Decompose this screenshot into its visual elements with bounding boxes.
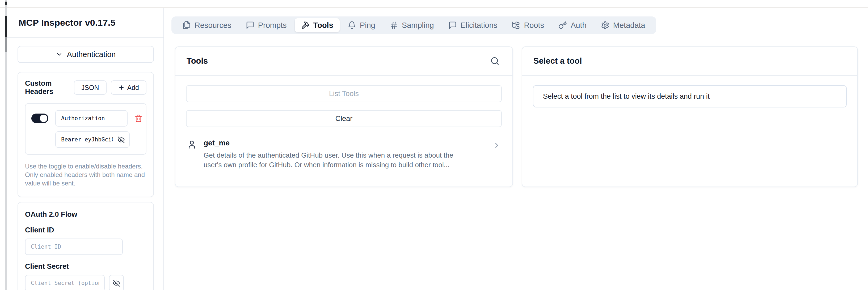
bell-icon [348,21,356,30]
client-id-label: Client ID [25,226,147,234]
window-edge-shade [5,37,7,52]
tool-list: get_meGet details of the authenticated G… [186,135,502,174]
authentication-collapse-button[interactable]: Authentication [18,46,154,63]
tab-label: Auth [570,21,587,30]
tab-label: Roots [524,21,544,30]
tools-panel: Tools List Tools Clear get_meGet details… [175,46,513,187]
tool-description: Get details of the authenticated GitHub … [204,150,473,170]
gear-icon [601,21,610,30]
tab-label: Elicitations [461,21,498,30]
message-icon [246,21,254,30]
plus-icon [118,84,125,91]
sidebar: MCP Inspector v0.17.5 Authentication Cus… [7,8,164,290]
user-icon [187,140,197,149]
custom-headers-section: Custom Headers JSON Add [18,72,154,197]
oauth-section: OAuth 2.0 Flow Client ID Client Secret R… [18,202,154,290]
toggle-header-value-visibility-button[interactable] [116,135,126,145]
tab-sampling[interactable]: Sampling [383,18,440,32]
tab-elicitations[interactable]: Elicitations [442,18,504,32]
tools-panel-title: Tools [187,56,208,66]
empty-selection-message: Select a tool from the list to view its … [533,85,847,107]
window-edge-scrollbar[interactable] [5,16,7,37]
tab-label: Sampling [402,21,434,30]
details-panel-title: Select a tool [533,56,582,66]
client-secret-label: Client Secret [25,262,147,270]
tool-name: get_me [204,139,493,147]
oauth-title: OAuth 2.0 Flow [25,210,147,219]
list-tools-button[interactable]: List Tools [186,85,502,102]
key-icon [558,21,567,30]
tab-label: Prompts [258,21,287,30]
hash-icon [390,21,398,30]
tab-prompts[interactable]: Prompts [240,18,293,32]
custom-headers-helper-text: Use the toggle to enable/disable headers… [25,162,147,188]
files-icon [182,21,191,30]
tool-details-panel: Select a tool Select a tool from the lis… [522,46,858,187]
message-icon [448,21,457,30]
chevron-right-icon [493,141,501,149]
eye-off-icon [118,136,125,144]
tab-auth[interactable]: Auth [552,18,593,32]
client-id-input[interactable] [25,239,123,255]
sidebar-header: MCP Inspector v0.17.5 [7,8,163,38]
folder-tree-icon [512,21,520,30]
clear-button[interactable]: Clear [186,110,502,127]
delete-header-button[interactable] [134,112,143,124]
tab-label: Metadata [613,21,645,30]
tab-label: Ping [360,21,375,30]
tab-bar: ResourcesPromptsToolsPingSamplingElicita… [172,16,656,34]
chevron-down-icon [56,51,63,58]
header-row-card [25,103,147,155]
add-header-label: Add [127,84,139,92]
app-title: MCP Inspector v0.17.5 [19,17,116,28]
tool-row-get_me[interactable]: get_meGet details of the authenticated G… [186,135,502,174]
tab-label: Tools [313,21,333,30]
toggle-knob [40,115,47,122]
authentication-label: Authentication [67,50,116,59]
tab-resources[interactable]: Resources [176,18,238,32]
tab-tools[interactable]: Tools [295,18,340,32]
json-button[interactable]: JSON [74,80,106,95]
custom-headers-title: Custom Headers [25,79,74,96]
trash-icon [134,114,143,122]
add-header-button[interactable]: Add [111,80,147,95]
hammer-icon [301,21,310,30]
tab-roots[interactable]: Roots [505,18,550,32]
tab-metadata[interactable]: Metadata [594,18,652,32]
toggle-client-secret-visibility-button[interactable] [109,275,124,290]
header-name-input[interactable] [55,110,128,126]
window-edge-cap [5,2,7,5]
client-secret-input[interactable] [25,275,105,290]
tab-ping[interactable]: Ping [341,18,382,32]
search-tools-button[interactable] [489,55,501,67]
search-icon [490,57,499,66]
header-enabled-toggle[interactable] [31,114,49,123]
eye-off-icon [113,279,120,287]
tab-label: Resources [194,21,231,30]
